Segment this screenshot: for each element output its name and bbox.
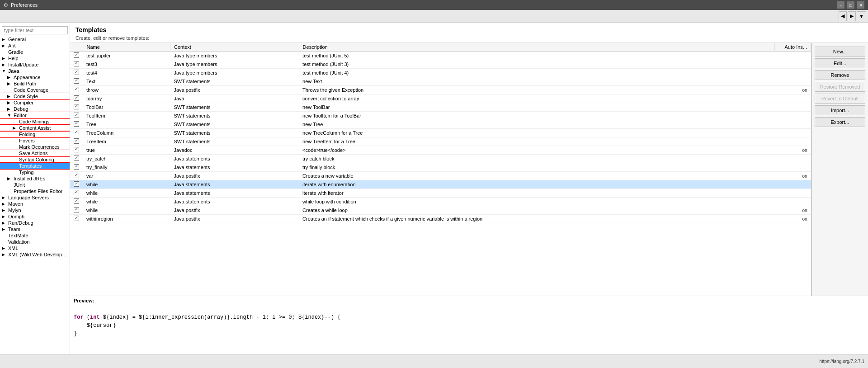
- sidebar-item-gradle[interactable]: Gradle: [0, 49, 70, 55]
- table-row[interactable]: withinregionJava postfixCreates an if st…: [70, 215, 811, 223]
- row-checkbox[interactable]: [70, 180, 83, 189]
- sidebar-item-help[interactable]: ▶ Help: [0, 55, 70, 61]
- sidebar-item-junit[interactable]: JUnit: [0, 182, 70, 188]
- sidebar-item-syntax-coloring[interactable]: Syntax Coloring: [0, 156, 70, 163]
- sidebar-item-java[interactable]: ▼ Java: [0, 68, 70, 74]
- table-row[interactable]: test3Java type memberstest method (JUnit…: [70, 60, 811, 69]
- sidebar-item-installed-jres[interactable]: ▶ Installed JREs: [0, 175, 70, 182]
- back-button[interactable]: ◀: [839, 11, 847, 21]
- table-row[interactable]: toarrayJavaconvert collection to array: [70, 94, 811, 103]
- row-context: SWT statements: [170, 120, 299, 129]
- menu-button[interactable]: ▼: [857, 11, 866, 21]
- remove-button[interactable]: Remove: [815, 70, 865, 80]
- sidebar-item-folding[interactable]: Folding: [0, 131, 70, 137]
- sidebar-item-mark-occurrences[interactable]: Mark Occurrences: [0, 144, 70, 150]
- sidebar-item-team[interactable]: ▶ Team: [0, 226, 70, 232]
- row-checkbox[interactable]: [70, 189, 83, 198]
- close-button[interactable]: ✕: [857, 1, 864, 9]
- sidebar-item-code-style[interactable]: ▶ Code Style: [0, 93, 70, 99]
- sidebar-item-validation[interactable]: Validation: [0, 239, 70, 245]
- row-checkbox[interactable]: [70, 69, 83, 77]
- filter-input[interactable]: [2, 26, 68, 34]
- toggle-icon: ▼: [7, 113, 13, 118]
- row-checkbox[interactable]: [70, 52, 83, 60]
- import-button[interactable]: Import...: [815, 105, 865, 115]
- sidebar-item-ant[interactable]: ▶ Ant: [0, 42, 70, 49]
- table-row[interactable]: test4Java type memberstest method (JUnit…: [70, 69, 811, 77]
- sidebar-item-templates[interactable]: Templates: [0, 163, 70, 169]
- row-checkbox[interactable]: [70, 198, 83, 206]
- sidebar-item-code-coverage[interactable]: Code Coverage: [0, 87, 70, 93]
- sidebar-item-typing[interactable]: Typing: [0, 169, 70, 175]
- sidebar-item-xml-wild[interactable]: ▶ XML (Wild Web Develop...: [0, 251, 70, 258]
- sidebar-item-textmate[interactable]: TextMate: [0, 232, 70, 239]
- sidebar-item-general[interactable]: ▶ General: [0, 36, 70, 42]
- row-checkbox[interactable]: [70, 94, 83, 103]
- row-checkbox[interactable]: [70, 155, 83, 163]
- row-checkbox[interactable]: [70, 129, 83, 137]
- table-row[interactable]: TreeItemSWT statementsnew TreeItem for a…: [70, 137, 811, 146]
- sidebar-item-run-debug[interactable]: ▶ Run/Debug: [0, 220, 70, 226]
- table-row[interactable]: try_catchJava statementstry catch block: [70, 155, 811, 163]
- row-checkbox[interactable]: [70, 60, 83, 69]
- sidebar-item-oomph[interactable]: ▶ Oomph: [0, 213, 70, 220]
- toggle-icon: ▶: [2, 37, 7, 42]
- row-checkbox[interactable]: [70, 77, 83, 86]
- sidebar-item-properties-files-editor[interactable]: Properties Files Editor: [0, 188, 70, 194]
- restore-removed-button[interactable]: Restore Removed: [815, 82, 865, 92]
- table-row[interactable]: TextSWT statementsnew Text: [70, 77, 811, 86]
- sidebar-item-install-update[interactable]: ▶ Install/Update: [0, 61, 70, 68]
- sidebar-item-save-actions[interactable]: Save Actions: [0, 150, 70, 156]
- sidebar-item-debug[interactable]: ▶ Debug: [0, 106, 70, 112]
- row-checkbox[interactable]: [70, 112, 83, 120]
- table-row[interactable]: ToolBarSWT statementsnew ToolBar: [70, 103, 811, 112]
- row-description: Creates a while loop: [299, 206, 774, 215]
- table-row[interactable]: varJava postfixCreates a new variableon: [70, 172, 811, 180]
- row-checkbox[interactable]: [70, 137, 83, 146]
- maximize-button[interactable]: □: [847, 1, 854, 9]
- revert-to-default-button[interactable]: Revert to Default: [815, 94, 865, 104]
- toggle-icon: [7, 183, 13, 187]
- row-autoins: [775, 198, 811, 206]
- row-checkbox[interactable]: [70, 163, 83, 172]
- row-checkbox[interactable]: [70, 103, 83, 112]
- table-row[interactable]: whileJava postfixCreates a while loopon: [70, 206, 811, 215]
- row-name: TreeItem: [83, 137, 170, 146]
- sidebar-item-editor[interactable]: ▼ Editor: [0, 112, 70, 118]
- row-checkbox[interactable]: [70, 172, 83, 180]
- table-row[interactable]: whileJava statementsiterate with iterato…: [70, 189, 811, 198]
- new-button[interactable]: New...: [815, 47, 865, 57]
- table-row[interactable]: TreeColumnSWT statementsnew TreeColumn f…: [70, 129, 811, 137]
- row-checkbox[interactable]: [70, 86, 83, 94]
- sidebar-item-language-servers[interactable]: ▶ Language Servers: [0, 194, 70, 201]
- table-row[interactable]: whileJava statementsiterate with enumera…: [70, 180, 811, 189]
- row-checkbox[interactable]: [70, 215, 83, 223]
- row-checkbox[interactable]: [70, 146, 83, 155]
- sidebar-item-xml[interactable]: ▶ XML: [0, 245, 70, 251]
- row-autoins: [775, 137, 811, 146]
- forward-button[interactable]: ▶: [848, 11, 856, 21]
- export-button[interactable]: Export...: [815, 117, 865, 127]
- sidebar-item-compiler[interactable]: ▶ Compiler: [0, 99, 70, 106]
- row-name: try_catch: [83, 155, 170, 163]
- row-checkbox[interactable]: [70, 206, 83, 215]
- sidebar-item-code-minings[interactable]: Code Minings: [0, 118, 70, 125]
- table-row[interactable]: test_jupiterJava type memberstest method…: [70, 52, 811, 60]
- sidebar-item-hovers[interactable]: Hovers: [0, 137, 70, 144]
- table-row[interactable]: try_finallyJava statementstry finally bl…: [70, 163, 811, 172]
- table-row[interactable]: ToolItemSWT statementsnew ToolItem for a…: [70, 112, 811, 120]
- minimize-button[interactable]: −: [837, 1, 844, 9]
- table-row[interactable]: TreeSWT statementsnew Tree: [70, 120, 811, 129]
- sidebar-item-content-assist[interactable]: ▶ Content Assist: [0, 125, 70, 131]
- sidebar-item-appearance[interactable]: ▶ Appearance: [0, 74, 70, 80]
- sidebar-item-mylyn[interactable]: ▶ Mylyn: [0, 207, 70, 213]
- edit-button[interactable]: Edit...: [815, 58, 865, 68]
- table-row[interactable]: whileJava statementswhile loop with cond…: [70, 198, 811, 206]
- sidebar-item-build-path[interactable]: ▶ Build Path: [0, 80, 70, 87]
- row-name: while: [83, 206, 170, 215]
- table-row[interactable]: trueJavadoc<code>true</code>on: [70, 146, 811, 155]
- row-checkbox[interactable]: [70, 120, 83, 129]
- sidebar-item-maven[interactable]: ▶ Maven: [0, 201, 70, 207]
- table-row[interactable]: throwJava postfixThrows the given Except…: [70, 86, 811, 94]
- row-description: try catch block: [299, 155, 774, 163]
